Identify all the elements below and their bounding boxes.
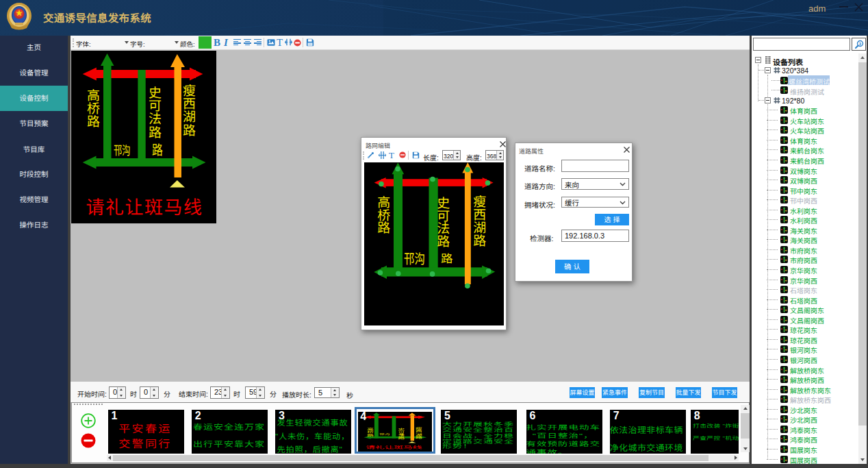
svg-text:瘦西湖路: 瘦西湖路 (414, 427, 422, 439)
svg-text:3: 3 (859, 42, 862, 46)
svg-text:请礼让斑马线: 请礼让斑马线 (366, 445, 423, 450)
svg-text:高桥路: 高桥路 (366, 428, 374, 436)
svg-text:路: 路 (399, 434, 405, 436)
svg-text:邗沟: 邗沟 (379, 434, 390, 436)
